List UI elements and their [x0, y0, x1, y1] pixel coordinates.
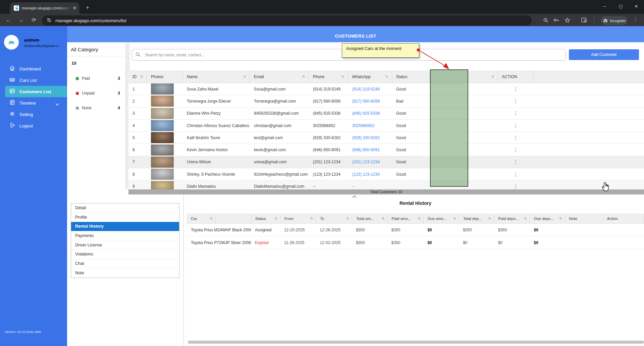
url-bar[interactable]: manager.alugago.com/customers/list: [42, 15, 532, 25]
table-row[interactable]: 5Kalil Ibrahim Touretest@gmail.com(929) …: [128, 132, 644, 144]
row-menu-icon[interactable]: ⋮: [498, 98, 533, 104]
rh-column-header-to[interactable]: To⇅: [316, 214, 352, 223]
sort-icon[interactable]: ⇅: [418, 217, 421, 220]
rh-column-header-due-depo-[interactable]: Due depo...⇅: [530, 214, 565, 223]
rental-row[interactable]: Toyota Prius P72WJP Silver 2008Expired11…: [187, 236, 644, 249]
sort-icon[interactable]: ⇅: [243, 75, 246, 78]
new-tab-icon[interactable]: +: [86, 4, 89, 11]
column-header-Name[interactable]: Name⇅: [183, 70, 250, 83]
tab-close-icon[interactable]: ✕: [72, 6, 76, 10]
rh-column-header-from[interactable]: From⇅: [280, 214, 316, 223]
sort-icon[interactable]: ⇅: [559, 217, 562, 220]
row-menu-icon[interactable]: ⋮: [498, 123, 533, 129]
sort-icon[interactable]: ⇅: [302, 75, 305, 78]
rh-column-header-car[interactable]: Car⇅: [187, 214, 216, 223]
table-row[interactable]: 2Torrenegra Jorge EliecerTorrenegra@gmai…: [128, 95, 644, 107]
detail-tab-driver-license[interactable]: Driver License: [71, 240, 179, 250]
rh-column-header-note: Note: [565, 214, 603, 223]
detail-tab-rental-history[interactable]: Rental History: [71, 222, 179, 231]
window-maximize-icon[interactable]: ▢: [619, 4, 623, 9]
sort-icon[interactable]: ⇅: [385, 75, 388, 78]
column-header-Phone[interactable]: Phone⇅: [309, 70, 348, 83]
column-header-Email[interactable]: Email⇅: [250, 70, 309, 83]
rental-history-body: Toyota Prius M24WHF Black 2006Assigned12…: [187, 224, 644, 249]
browser-tab[interactable]: manager.alugago.com/custome ✕: [10, 2, 79, 14]
row-menu-icon[interactable]: ⋮: [498, 159, 533, 165]
sidebar-item-logout[interactable]: Logout: [0, 120, 67, 131]
cell-phone: --: [309, 184, 348, 189]
rental-row[interactable]: Toyota Prius M24WHF Black 2006Assigned12…: [187, 224, 644, 236]
side-panel-icon[interactable]: [580, 16, 588, 24]
back-icon[interactable]: ←: [3, 17, 13, 23]
sidebar-item-dashboard[interactable]: Dashboard: [0, 63, 67, 74]
table-row[interactable]: 6Kevin Jermaine Hortonkevin@gmail.com(64…: [128, 144, 644, 156]
table-row[interactable]: 9Diallo MamadouDialloMamadou@gmail.com--…: [128, 180, 644, 189]
table-row[interactable]: 1Sosa Zafra MaxelSosa@gmail.com(914) 319…: [128, 83, 644, 95]
detail-tab-chat[interactable]: Chat: [71, 259, 179, 269]
rh-column-header-total-am-[interactable]: Total am...⇅: [352, 214, 388, 223]
sort-icon[interactable]: ⇅: [488, 217, 491, 220]
table-row[interactable]: 3Etienne Wini Petzy8459255338@gmail.com(…: [128, 108, 644, 120]
detail-tab-payments[interactable]: Payments: [71, 231, 179, 241]
sort-icon[interactable]: ⇅: [453, 217, 456, 220]
category-item-paid[interactable]: Paid3: [67, 71, 126, 86]
row-menu-icon[interactable]: ⋮: [498, 171, 533, 177]
sidebar-item-cars-list[interactable]: Cars List: [0, 74, 67, 86]
browser-menu-icon[interactable]: ⋮: [633, 17, 638, 22]
sort-icon[interactable]: ⇅: [524, 217, 527, 220]
window-close-icon[interactable]: ✕: [635, 4, 638, 9]
rh-column-label: To: [320, 217, 324, 221]
table-row[interactable]: 7Urena Wilsonurena@gmail.com(201) 123-12…: [128, 156, 644, 168]
collapse-chevron-icon[interactable]: [352, 195, 357, 199]
row-menu-icon[interactable]: ⋮: [498, 147, 533, 153]
table-row[interactable]: 8Shirley, S Pacheco Vicente92shirleypach…: [128, 168, 644, 180]
sort-icon[interactable]: ⇅: [210, 217, 213, 220]
rh-column-header-paid-amo-[interactable]: Paid amo...⇅: [387, 214, 424, 223]
detail-tab-detail[interactable]: Detail: [71, 204, 179, 213]
sort-icon[interactable]: ⇅: [382, 217, 384, 220]
category-item-unpaid[interactable]: Unpaid3: [67, 86, 126, 101]
rh-column-header-due-amo-[interactable]: Due amo...⇅: [424, 214, 459, 223]
add-customer-button[interactable]: Add Customer: [569, 49, 639, 60]
cell-id: 2: [128, 99, 147, 104]
row-menu-icon[interactable]: ⋮: [498, 183, 533, 189]
window-minimize-icon[interactable]: ─: [603, 4, 606, 9]
row-menu-icon[interactable]: ⋮: [498, 135, 533, 141]
column-header-WhatsApp[interactable]: WhatsApp⇅: [348, 70, 392, 83]
category-item-none[interactable]: None4: [67, 101, 126, 115]
detail-tab-profile[interactable]: Profile: [71, 213, 179, 222]
rh-column-header-total-dep-[interactable]: Total dep...⇅: [459, 214, 494, 223]
url-text: manager.alugago.com/customers/list: [55, 18, 126, 23]
column-header-ID[interactable]: ID⇅: [128, 70, 147, 83]
cell-photo: [147, 83, 183, 95]
row-menu-icon[interactable]: ⋮: [498, 86, 533, 92]
rh-column-header-paid-depo-[interactable]: Paid depo...⇅: [494, 214, 530, 223]
sidebar-item-customers-list[interactable]: Customers List: [5, 86, 67, 97]
site-settings-icon[interactable]: [47, 18, 51, 23]
sort-icon[interactable]: ⇅: [274, 217, 277, 220]
column-header-label: WhatsApp: [352, 74, 371, 79]
table-row[interactable]: 4Christian Alfonso Suarez Caballerochris…: [128, 120, 644, 132]
avatar[interactable]: [4, 35, 19, 50]
password-key-icon[interactable]: [552, 16, 560, 24]
sidebar-item-timeline[interactable]: Timeline: [0, 97, 67, 109]
rh-column-header-status[interactable]: Status⇅: [251, 214, 280, 223]
sort-icon[interactable]: ⇅: [141, 75, 143, 78]
sort-icon[interactable]: ⇅: [491, 75, 494, 78]
sort-icon[interactable]: ⇅: [310, 217, 313, 220]
cell-email: kevin@gmail.com: [250, 148, 309, 152]
sort-icon[interactable]: ⇅: [341, 75, 344, 78]
horizontal-scrollbar[interactable]: [188, 341, 644, 344]
forward-icon[interactable]: →: [16, 17, 26, 23]
tab-title: manager.alugago.com/custome: [22, 6, 70, 10]
reload-icon[interactable]: ⟳: [29, 17, 39, 23]
bookmark-star-icon[interactable]: [563, 16, 572, 24]
sidebar-item-setting[interactable]: Setting: [0, 109, 67, 120]
detail-tab-violations[interactable]: Violations: [71, 250, 179, 259]
row-menu-icon[interactable]: ⋮: [498, 110, 533, 116]
zoom-icon[interactable]: [541, 16, 550, 24]
detail-tab-note[interactable]: Note: [71, 268, 179, 278]
assigned-cars-highlight: [430, 69, 468, 187]
sort-icon[interactable]: ⇅: [346, 217, 349, 220]
cell-action: ⋮: [498, 123, 533, 129]
